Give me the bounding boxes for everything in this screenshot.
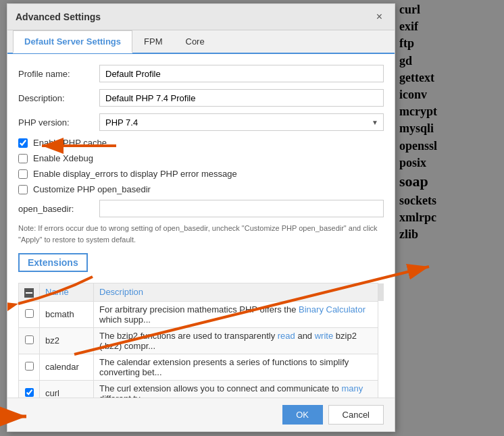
profile-name-input[interactable] (99, 65, 384, 82)
ext-list-mcrypt: mcrypt (399, 103, 504, 120)
ext-calendar-checkbox[interactable] (25, 362, 34, 371)
extensions-header: Extensions (18, 253, 88, 272)
profile-name-label: Profile name: (18, 69, 99, 79)
customize-open-basedir-label[interactable]: Customize PHP open_basedir (33, 184, 151, 194)
dialog-footer: OK Cancel (7, 398, 395, 431)
dialog-wrapper: curl exif ftp gd gettext iconv mcrypt my… (0, 0, 504, 436)
tab-fpm[interactable]: FPM (132, 30, 174, 53)
php-version-select[interactable]: PHP 7.4 PHP 8.0 PHP 8.1 (99, 113, 384, 131)
enable-display-errors-checkbox[interactable] (18, 169, 28, 179)
ext-list-xmlrpc: xmlrpc (399, 209, 504, 226)
ext-calendar-description: The calendar extension presents a series… (94, 354, 378, 380)
profile-name-row: Profile name: (18, 65, 384, 82)
close-button[interactable]: × (372, 9, 386, 24)
ext-calendar-check-cell (19, 354, 40, 380)
col-description-header: Description (94, 283, 378, 302)
ext-list-sockets: sockets (399, 192, 504, 209)
tab-core[interactable]: Core (174, 30, 216, 53)
ext-bz2-description: The bzip2 functions are used to transpar… (94, 327, 378, 354)
ext-curl-name: curl (40, 380, 94, 398)
extension-list-panel: curl exif ftp gd gettext iconv mcrypt my… (393, 0, 504, 436)
arrow-ok-icon (0, 405, 34, 429)
enable-php-cache-row: Enable PHP cache (18, 138, 384, 148)
dialog-title-text: Advanced Settings (16, 11, 101, 22)
ext-list-gettext: gettext (399, 70, 504, 86)
ext-bz2-name: bz2 (40, 327, 94, 354)
cancel-button[interactable]: Cancel (328, 405, 384, 425)
open-basedir-input[interactable] (99, 200, 384, 217)
ext-list-mysqli: mysqli (399, 120, 504, 137)
description-row: Description: (18, 89, 384, 107)
dialog-body: Profile name: Description: PHP version: … (7, 54, 395, 398)
table-row: curl The curl extension allows you to co… (19, 380, 384, 398)
dialog-title-bar: Advanced Settings × (7, 4, 395, 30)
ext-bz2-check-cell (19, 327, 40, 354)
ext-list-openssl: openssl (399, 138, 504, 155)
php-version-label: PHP version: (18, 117, 99, 128)
arrow-extensions-icon (7, 273, 99, 314)
open-basedir-row: open_basedir: (18, 200, 384, 217)
php-version-select-wrapper: PHP 7.4 PHP 8.0 PHP 8.1 (99, 113, 384, 131)
enable-php-cache-checkbox[interactable] (18, 138, 28, 148)
ext-curl-check-cell (19, 380, 40, 398)
ext-list-iconv: iconv (399, 86, 504, 103)
customize-open-basedir-row: Customize PHP open_basedir (18, 184, 384, 194)
enable-display-errors-row: Enable display_errors to display PHP err… (18, 169, 384, 179)
table-row: bz2 The bzip2 functions are used to tran… (19, 327, 384, 354)
ext-list-gd: gd (399, 53, 504, 70)
arrow-php-cache-icon (32, 135, 120, 157)
description-input[interactable] (99, 89, 384, 107)
php-version-row: PHP version: PHP 7.4 PHP 8.0 PHP 8.1 (18, 113, 384, 131)
ok-button[interactable]: OK (282, 405, 323, 425)
enable-display-errors-label[interactable]: Enable display_errors to display PHP err… (33, 169, 237, 179)
table-row: calendar The calendar extension presents… (19, 354, 384, 380)
enable-xdebug-checkbox[interactable] (18, 154, 28, 163)
customize-open-basedir-checkbox[interactable] (18, 185, 28, 194)
advanced-settings-dialog: Advanced Settings × Default Server Setti… (7, 3, 395, 432)
open-basedir-label: open_basedir: (18, 204, 99, 214)
ext-list-zlib: zlib (399, 226, 504, 243)
ext-list-exif: exif (399, 18, 504, 35)
scrollbar-header (378, 283, 384, 302)
ext-bz2-checkbox[interactable] (25, 335, 34, 344)
ext-list-posix: posix (399, 155, 504, 171)
select-all-icon[interactable] (24, 288, 34, 298)
extensions-table-body: bcmath For arbitrary precision mathemati… (19, 301, 384, 398)
ext-list-soap: soap (399, 171, 504, 192)
ext-list-ftp: ftp (399, 35, 504, 52)
open-basedir-note: Note: If errors occur due to wrong setti… (18, 223, 384, 245)
ext-calendar-name: calendar (40, 354, 94, 380)
ext-curl-description: The curl extension allows you to connect… (94, 380, 378, 398)
ext-curl-checkbox[interactable] (25, 388, 34, 397)
tab-default-server-settings[interactable]: Default Server Settings (13, 30, 132, 53)
tabs-bar: Default Server Settings FPM Core (7, 30, 395, 54)
ext-list-curl: curl (399, 1, 504, 18)
ext-bcmath-description: For arbitrary precision mathematics PHP … (94, 301, 378, 327)
description-label: Description: (18, 93, 99, 103)
